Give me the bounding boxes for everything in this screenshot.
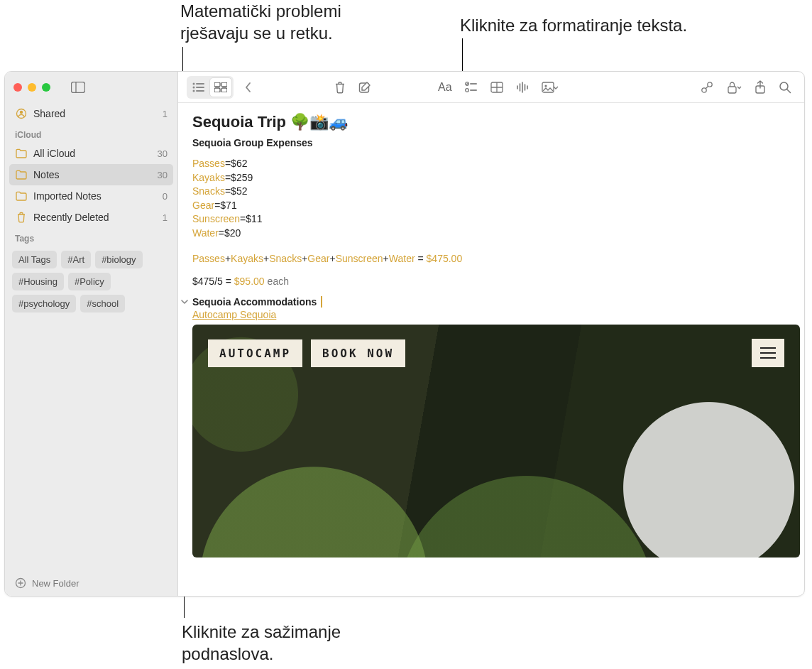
sidebar-folder-label: Recently Deleted	[33, 212, 109, 223]
svg-rect-19	[470, 83, 477, 85]
trash-icon	[334, 81, 346, 94]
toggle-sidebar-button[interactable]	[69, 80, 87, 94]
sidebar-folder-label: Notes	[33, 169, 60, 180]
back-button[interactable]	[238, 77, 258, 97]
checklist-button[interactable]	[461, 77, 482, 97]
maximize-window-button[interactable]	[42, 83, 50, 92]
list-view-button[interactable]	[188, 77, 209, 97]
minimize-window-button[interactable]	[28, 83, 36, 92]
sidebar-folder-count: 30	[158, 148, 168, 159]
sidebar-shared-count: 1	[163, 109, 168, 119]
search-icon	[779, 81, 791, 94]
image-autocamp-badge: AUTOCAMP	[208, 339, 302, 367]
svg-rect-13	[214, 82, 220, 87]
sidebar-folder-label: All iCloud	[33, 148, 75, 159]
sidebar-folder-all-icloud[interactable]: All iCloud 30	[5, 143, 177, 164]
link-icon	[701, 81, 713, 94]
svg-rect-8	[196, 83, 204, 85]
autocamp-link[interactable]: Autocamp Sequoia	[192, 309, 276, 320]
svg-rect-16	[221, 88, 227, 92]
tags-container: All Tags #Art #biology #Housing #Policy …	[5, 246, 177, 317]
tag-chip[interactable]: #biology	[95, 251, 142, 268]
embedded-image[interactable]: AUTOCAMP BOOK NOW	[192, 325, 800, 558]
callout-collapse: Kliknite za sažimanje podnaslova.	[182, 621, 395, 665]
expenses-block: Passes=$62 Kayaks=$259 Snacks=$52 Gear=$…	[192, 157, 790, 241]
tags-section-label: Tags	[5, 228, 177, 246]
svg-rect-35	[728, 87, 736, 93]
note-editor[interactable]: Sequoia Trip 🌳📸🚙 Sequoia Group Expenses …	[178, 103, 804, 596]
chevron-left-icon	[244, 82, 251, 93]
note-title: Sequoia Trip 🌳📸🚙	[192, 113, 790, 131]
sidebar-folder-label: Imported Notes	[33, 190, 102, 202]
format-button[interactable]: Aa	[434, 77, 456, 97]
trash-icon	[15, 211, 28, 224]
sidebar-folder-count: 0	[163, 191, 168, 202]
per-person-expression: $475/5 = $95.00each	[192, 273, 790, 289]
sidebar-folder-count: 30	[158, 170, 168, 180]
svg-point-31	[544, 85, 547, 87]
sidebar-folder-imported[interactable]: Imported Notes 0	[5, 185, 177, 207]
share-button[interactable]	[750, 77, 770, 97]
checklist-icon	[465, 82, 478, 93]
new-folder-button[interactable]: New Folder	[5, 570, 177, 596]
sidebar-shared-label: Shared	[33, 108, 65, 119]
tag-chip[interactable]: #Policy	[68, 273, 111, 290]
sidebar-folder-count: 1	[163, 212, 168, 223]
media-button[interactable]	[537, 77, 563, 97]
svg-point-3	[20, 111, 23, 114]
sidebar: Shared 1 iCloud All iCloud 30 Notes 30 I…	[5, 72, 178, 596]
svg-point-37	[780, 82, 788, 90]
tag-chip[interactable]: #Art	[61, 251, 91, 268]
accommodations-heading[interactable]: Sequoia Accommodations	[192, 296, 790, 308]
sidebar-folder-notes[interactable]: Notes 30	[9, 164, 173, 185]
link-button[interactable]	[696, 77, 718, 97]
callout-math: Matematički problemi rješavaju se u retk…	[180, 0, 407, 44]
folder-icon	[15, 190, 28, 202]
table-button[interactable]	[486, 77, 508, 97]
sidebar-icon	[71, 82, 85, 93]
callout-format: Kliknite za formatiranje teksta.	[460, 14, 687, 36]
list-icon	[192, 82, 205, 92]
folder-icon	[15, 147, 28, 160]
svg-rect-0	[72, 82, 85, 93]
main-area: Aa	[178, 72, 804, 596]
waveform-icon	[516, 82, 529, 93]
svg-rect-21	[470, 89, 477, 91]
sum-expression: Passes+Kayaks+Snacks+Gear+Sunscreen+Wate…	[192, 251, 790, 266]
audio-button[interactable]	[512, 77, 533, 97]
svg-point-20	[465, 88, 468, 92]
close-window-button[interactable]	[13, 83, 22, 92]
folder-icon	[15, 168, 28, 181]
lock-button[interactable]	[722, 77, 746, 97]
note-subheading: Sequoia Group Expenses	[192, 137, 790, 148]
view-mode-group	[187, 76, 234, 99]
delete-button[interactable]	[330, 77, 350, 97]
search-button[interactable]	[774, 77, 796, 97]
sidebar-folder-recently-deleted[interactable]: Recently Deleted 1	[5, 207, 177, 228]
svg-rect-15	[214, 88, 220, 92]
new-folder-label: New Folder	[32, 578, 79, 589]
notes-app-window: Shared 1 iCloud All iCloud 30 Notes 30 I…	[4, 71, 805, 597]
tag-chip[interactable]: #school	[80, 295, 125, 312]
table-icon	[490, 82, 503, 93]
tag-chip[interactable]: #Housing	[12, 273, 64, 290]
toolbar: Aa	[178, 72, 804, 103]
grid-icon	[214, 82, 227, 92]
svg-point-7	[193, 82, 195, 85]
compose-icon	[358, 81, 371, 94]
tag-chip[interactable]: #psychology	[12, 295, 76, 312]
tag-chip[interactable]: All Tags	[12, 251, 57, 268]
sidebar-shared[interactable]: Shared 1	[5, 103, 177, 124]
icloud-section-label: iCloud	[5, 124, 177, 143]
new-note-button[interactable]	[354, 77, 375, 97]
svg-point-9	[193, 86, 195, 88]
svg-line-38	[787, 89, 791, 93]
svg-line-34	[706, 86, 708, 89]
chevron-down-icon[interactable]	[180, 297, 190, 307]
gallery-view-button[interactable]	[209, 77, 232, 97]
svg-rect-14	[221, 82, 227, 87]
hamburger-menu-icon	[752, 339, 784, 367]
photo-icon	[542, 82, 559, 93]
window-controls	[13, 83, 50, 92]
svg-point-11	[193, 89, 195, 92]
